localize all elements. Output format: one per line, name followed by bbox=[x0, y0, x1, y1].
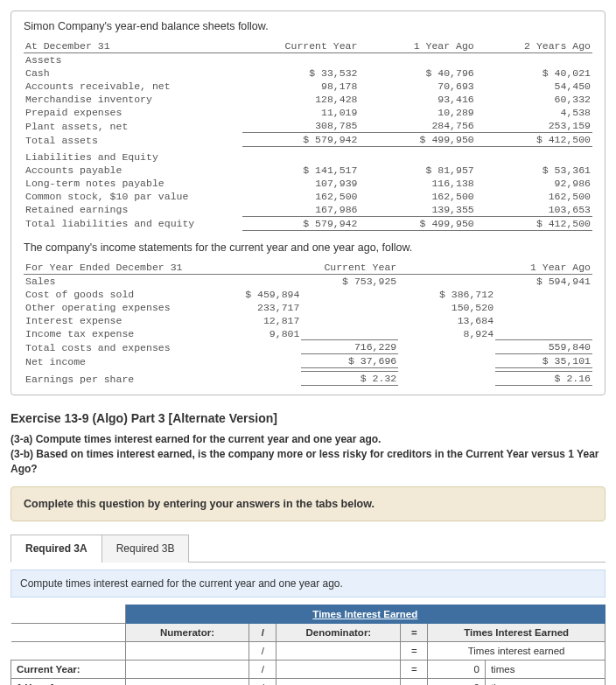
row-total-liab-eq: Total liabilities and equity bbox=[24, 216, 242, 230]
question-3b: (3-b) Based on times interest earned, is… bbox=[10, 448, 598, 475]
cy-denominator-input[interactable] bbox=[276, 661, 401, 679]
complete-prompt: Complete this question by entering your … bbox=[10, 486, 606, 521]
row-plant: Plant assets, net bbox=[24, 119, 242, 133]
denominator-label-input[interactable] bbox=[276, 642, 401, 661]
answer-title: Times Interest Earned bbox=[125, 605, 605, 624]
is-col1: Current Year bbox=[301, 261, 398, 275]
tab-required-3a[interactable]: Required 3A bbox=[10, 535, 102, 563]
bs-col2: 1 Year Ago bbox=[359, 39, 475, 53]
balance-sheet-panel: Simon Company's year-end balance sheets … bbox=[10, 10, 606, 395]
tab-bar: Required 3A Required 3B bbox=[10, 534, 606, 563]
row-prepaid: Prepaid expenses bbox=[24, 106, 242, 119]
bs-col0: At December 31 bbox=[24, 39, 242, 53]
py-denominator-input[interactable] bbox=[276, 679, 401, 685]
denominator-header: Denominator: bbox=[276, 624, 401, 642]
row-total-costs: Total costs and expenses bbox=[24, 340, 205, 354]
is-col0: For Year Ended December 31 bbox=[24, 261, 205, 275]
row-one-year-ago: 1 Year Ago: bbox=[11, 679, 126, 685]
is-col2: 1 Year Ago bbox=[495, 261, 592, 275]
row-current-year: Current Year: bbox=[11, 661, 126, 679]
income-statement-table: For Year Ended December 31 Current Year … bbox=[24, 261, 592, 387]
row-sales: Sales bbox=[24, 274, 205, 288]
row-total-assets: Total assets bbox=[24, 133, 242, 147]
py-unit: times bbox=[485, 679, 605, 685]
question-3a: (3-a) Compute times interest earned for … bbox=[10, 433, 381, 445]
row-net-income: Net income bbox=[24, 354, 205, 368]
row-eps: Earnings per share bbox=[24, 372, 205, 386]
row-tax: Income tax expense bbox=[24, 327, 205, 340]
cy-unit: times bbox=[485, 661, 605, 679]
tab-required-3b[interactable]: Required 3B bbox=[102, 535, 190, 563]
row-other-op: Other operating expenses bbox=[24, 301, 205, 314]
row-inventory: Merchandise inventory bbox=[24, 93, 242, 106]
row-ltnotes: Long-term notes payable bbox=[24, 177, 242, 190]
liab-equity-header: Liabilities and Equity bbox=[24, 150, 242, 164]
divide-icon: / bbox=[249, 624, 276, 642]
assets-header: Assets bbox=[24, 53, 242, 67]
row-retained: Retained earnings bbox=[24, 203, 242, 217]
row-ap: Accounts payable bbox=[24, 164, 242, 177]
cy-result: 0 bbox=[428, 661, 486, 679]
numerator-label-input[interactable] bbox=[125, 642, 249, 661]
row-cogs: Cost of goods sold bbox=[24, 288, 205, 301]
row-ar: Accounts receivable, net bbox=[24, 80, 242, 93]
bs-col1: Current Year bbox=[242, 39, 359, 53]
is-intro: The company's income statements for the … bbox=[24, 241, 592, 254]
balance-sheet-table: At December 31 Current Year 1 Year Ago 2… bbox=[24, 39, 592, 231]
py-numerator-input[interactable] bbox=[125, 679, 249, 685]
question-text: (3-a) Compute times interest earned for … bbox=[10, 432, 606, 476]
answer-table: Times Interest Earned Numerator: / Denom… bbox=[10, 605, 606, 685]
row-cash: Cash bbox=[24, 66, 242, 80]
row-interest: Interest expense bbox=[24, 314, 205, 327]
tie-sub: Times interest earned bbox=[428, 642, 606, 661]
equals-icon: = bbox=[401, 624, 428, 642]
tab-instruction: Compute times interest earned for the cu… bbox=[10, 570, 606, 598]
bs-col3: 2 Years Ago bbox=[476, 39, 592, 53]
py-result: 0 bbox=[428, 679, 486, 685]
numerator-header: Numerator: bbox=[125, 624, 249, 642]
bs-intro: Simon Company's year-end balance sheets … bbox=[24, 20, 592, 32]
tie-header: Times Interest Earned bbox=[428, 624, 606, 642]
exercise-title: Exercise 13-9 (Algo) Part 3 [Alternate V… bbox=[10, 411, 606, 425]
cy-numerator-input[interactable] bbox=[125, 661, 249, 679]
row-common-stock: Common stock, $10 par value bbox=[24, 190, 242, 203]
